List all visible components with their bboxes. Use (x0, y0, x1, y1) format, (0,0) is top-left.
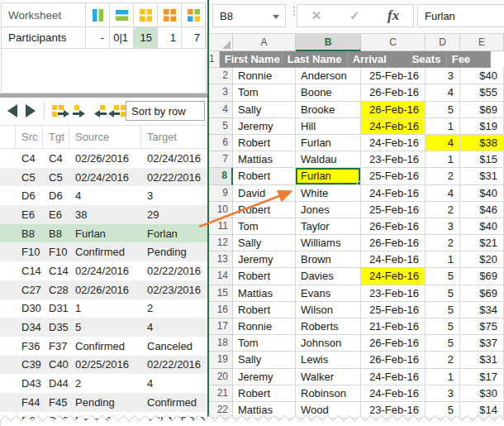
sheet-cell[interactable]: Robinson (296, 385, 361, 402)
sheet-cell[interactable]: 2 (426, 202, 460, 218)
insert-function-icon[interactable]: fx (388, 7, 399, 24)
sheet-cell[interactable]: $34 (460, 302, 504, 318)
diff-row[interactable]: E6E63829 (0, 205, 207, 224)
row-header[interactable]: 7 (209, 151, 233, 168)
sheet-cell[interactable]: David (233, 185, 296, 202)
sheet-cell[interactable]: Robert (233, 385, 296, 402)
row-header[interactable]: 3 (209, 84, 233, 101)
sheet-cell[interactable]: Robert (233, 268, 296, 285)
sheet-cell[interactable]: Sally (233, 235, 296, 251)
sheet-cell[interactable]: Furlan (296, 135, 361, 151)
diff-row[interactable]: B8B8FurlanForlan (0, 224, 207, 243)
sheet-cell[interactable]: $15 (460, 151, 504, 168)
sheet-cell-header[interactable]: Fee (447, 51, 491, 68)
sheet-cell[interactable]: $55 (460, 84, 504, 101)
sheet-cell-header[interactable]: Seats (412, 51, 447, 68)
summary-value[interactable]: 1 (158, 27, 182, 48)
sheet-cell[interactable]: $40 (460, 185, 504, 202)
sheet-cell[interactable]: Tom (233, 218, 296, 235)
sheet-cell[interactable]: Anderson (296, 68, 361, 84)
sheet-cell[interactable]: 1 (426, 151, 460, 168)
formula-bar-input[interactable]: Furlan (417, 4, 504, 27)
sheet-cell[interactable]: Brooke (296, 102, 361, 118)
diff-row[interactable]: C39C4002/25/201602/22/2016 (0, 356, 207, 375)
summary-value[interactable]: 7 (182, 27, 206, 48)
sheet-cell[interactable]: 26-Feb-16 (361, 102, 426, 118)
name-box[interactable]: B8 (212, 4, 286, 27)
sheet-cell[interactable]: Johnson (296, 335, 361, 352)
summary-value[interactable]: 0|1 (110, 27, 134, 48)
name-box-caret-icon[interactable] (273, 15, 279, 19)
sheet-cell[interactable]: Roberts (296, 318, 361, 335)
sheet-cell[interactable]: $69 (460, 268, 504, 285)
diff-row[interactable]: F10F10ConfirmedPending (0, 242, 207, 261)
diff-row[interactable]: D30D3112 (0, 299, 207, 318)
sheet-cell[interactable]: $30 (460, 385, 504, 402)
diff-src-column-header[interactable]: Src (16, 126, 43, 148)
sheet-cell[interactable]: Sally (233, 352, 296, 368)
sheet-cell[interactable]: Wood (296, 402, 361, 419)
sheet-cell[interactable]: 25-Feb-16 (361, 302, 426, 318)
sheet-cell[interactable]: $46 (460, 202, 504, 218)
sheet-cell[interactable]: $37 (460, 335, 504, 352)
sheet-cell[interactable]: 3 (426, 218, 460, 235)
row-header[interactable]: 8 (209, 168, 233, 184)
sheet-cell[interactable]: 5 (426, 102, 460, 118)
diff-row[interactable]: C4C402/26/201602/24/2016 (0, 149, 207, 168)
sheet-cell[interactable]: White (296, 185, 361, 202)
sheet-cell[interactable]: Robert (233, 202, 296, 218)
sheet-cell[interactable]: $19 (460, 118, 504, 135)
sheet-cell[interactable]: Robert (233, 168, 296, 184)
row-header[interactable]: 13 (209, 251, 233, 268)
sheet-cell[interactable]: $31 (460, 352, 504, 368)
sheet-cell[interactable]: 1 (426, 118, 460, 135)
sheet-cell[interactable]: 23-Feb-16 (361, 285, 426, 302)
sheet-cell[interactable]: 25-Feb-16 (361, 202, 426, 218)
sheet-cell[interactable]: 23-Feb-16 (361, 151, 426, 168)
row-header[interactable]: 22 (209, 402, 233, 419)
sheet-cell[interactable]: 24-Feb-16 (361, 268, 426, 285)
row-header[interactable]: 5 (209, 118, 233, 135)
sheet-cell[interactable]: Ronnie (233, 318, 296, 335)
sheet-cell[interactable]: 21-Feb-16 (361, 318, 426, 335)
sheet-cell[interactable]: Jeremy (233, 118, 296, 135)
row-header[interactable]: 2 (209, 68, 233, 84)
sheet-cell[interactable]: $69 (460, 285, 504, 302)
diff-target-column-header[interactable]: Target (141, 126, 207, 148)
diff-row[interactable]: C27C2802/26/201602/23/2016 (0, 280, 207, 299)
next-diff-icon[interactable] (25, 104, 36, 121)
summary-value[interactable]: - (86, 27, 110, 48)
sheet-cell[interactable]: Tom (233, 84, 296, 101)
sheet-cell[interactable]: 5 (426, 335, 460, 352)
column-header-b-selected[interactable]: B (296, 34, 361, 51)
sheet-cell[interactable]: $20 (460, 251, 504, 268)
sheet-cell[interactable]: Mattias (233, 151, 296, 168)
copy-one-right-icon[interactable] (72, 104, 88, 122)
sheet-cell[interactable]: $69 (460, 102, 504, 118)
column-header-a[interactable]: A (233, 34, 296, 51)
sheet-cell[interactable]: 5 (426, 268, 460, 285)
copy-all-right-icon[interactable] (51, 104, 69, 122)
sheet-cell[interactable]: Tom (233, 335, 296, 352)
sheet-cell[interactable]: 3 (426, 68, 460, 84)
sheet-cell[interactable]: Robert (233, 135, 296, 151)
copy-one-left-icon[interactable] (91, 104, 107, 122)
sort-dropdown[interactable]: Sort by row (126, 101, 205, 121)
sheet-cell[interactable]: 24-Feb-16 (361, 135, 426, 151)
diff-row[interactable]: D43D4424 (0, 374, 207, 393)
row-header[interactable]: 12 (209, 235, 233, 251)
column-header-c[interactable]: C (361, 34, 426, 51)
sheet-cell[interactable]: 24-Feb-16 (361, 251, 426, 268)
sheet-cell[interactable]: 26-Feb-16 (361, 235, 426, 251)
sheet-cell[interactable]: 24-Feb-16 (361, 385, 426, 402)
sheet-cell[interactable]: 5 (426, 318, 460, 335)
yellow-grid-icon[interactable] (134, 3, 158, 26)
sheet-cell[interactable]: 25-Feb-16 (361, 68, 426, 84)
sheet-cell[interactable]: $38 (460, 135, 504, 151)
sheet-cell[interactable]: 2 (426, 235, 460, 251)
sheet-cell[interactable]: 2 (426, 168, 460, 184)
diff-source-column-header[interactable]: Source (69, 126, 141, 148)
sheet-cell[interactable]: Hill (296, 118, 361, 135)
sheet-cell-header[interactable]: Last Name (283, 51, 348, 68)
sheet-cell[interactable]: Taylor (296, 218, 361, 235)
